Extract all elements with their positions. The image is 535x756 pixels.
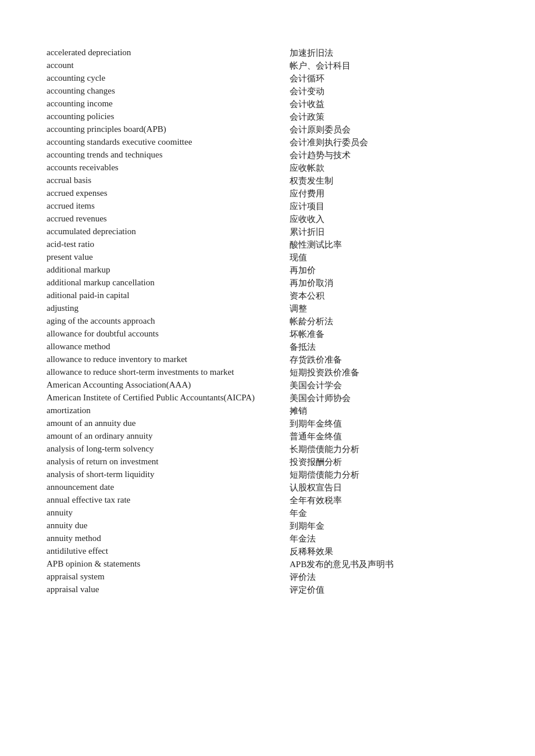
chinese-term: 评定价值 — [290, 585, 488, 596]
english-term: accelerated depreciation — [47, 48, 290, 59]
list-item: accrued expenses应付费用 — [47, 187, 488, 200]
english-term: accrued items — [47, 201, 290, 212]
list-item: annuity due到期年金 — [47, 519, 488, 532]
list-item: annual effective tax rate全年有效税率 — [47, 494, 488, 507]
chinese-term: 现值 — [290, 252, 488, 263]
list-item: accounting trends and techniques会计趋势与技术 — [47, 149, 488, 162]
list-item: amortization摊销 — [47, 404, 488, 417]
chinese-term: 累计折旧 — [290, 227, 488, 238]
chinese-term: 评价法 — [290, 572, 488, 583]
chinese-term: 加速折旧法 — [290, 48, 488, 59]
list-item: analysis of long-term solvency长期偿债能力分析 — [47, 443, 488, 456]
english-term: accounting standards executive coomittee — [47, 137, 290, 148]
list-item: accounting income会计收益 — [47, 98, 488, 110]
chinese-term: 会计循环 — [290, 73, 488, 84]
chinese-term: 美国会计学会 — [290, 380, 488, 391]
chinese-term: 再加价取消 — [290, 278, 488, 289]
list-item: announcement date认股权宣告日 — [47, 481, 488, 494]
english-term: additional markup — [47, 265, 290, 276]
list-item: American Institete of Certified Public A… — [47, 392, 488, 404]
list-item: analysis of short-term liquidity短期偿债能力分析 — [47, 468, 488, 481]
chinese-term: 到期年金终值 — [290, 418, 488, 429]
list-item: allowance to reduce inventory to market存… — [47, 353, 488, 366]
chinese-term: 短期投资跌价准备 — [290, 367, 488, 378]
english-term: accrued expenses — [47, 188, 290, 199]
list-item: aging of the accounts approach帐龄分析法 — [47, 315, 488, 328]
english-term: analysis of short-term liquidity — [47, 470, 290, 481]
list-item: amount of an annuity due到期年金终值 — [47, 417, 488, 430]
english-term: accounting trends and techniques — [47, 150, 290, 161]
chinese-term: APB发布的意见书及声明书 — [290, 559, 488, 570]
english-term: allowance method — [47, 342, 290, 353]
english-term: allowance for doubtful accounts — [47, 329, 290, 340]
list-item: adjusting调整 — [47, 302, 488, 315]
english-term: amount of an annuity due — [47, 418, 290, 429]
english-term: analysis of long-term solvency — [47, 444, 290, 455]
chinese-term: 会计原则委员会 — [290, 124, 488, 135]
english-term: accrual basis — [47, 175, 290, 187]
english-term: antidilutive effect — [47, 546, 290, 557]
english-term: accounting policies — [47, 112, 290, 123]
english-term: adjusting — [47, 303, 290, 314]
list-item: account帐户、会计科目 — [47, 59, 488, 72]
english-term: APB opinion & statements — [47, 559, 290, 570]
list-item: accelerated depreciation加速折旧法 — [47, 46, 488, 59]
english-term: accounting income — [47, 99, 290, 110]
chinese-term: 到期年金 — [290, 521, 488, 532]
chinese-term: 反稀释效果 — [290, 546, 488, 557]
chinese-term: 美国会计师协会 — [290, 393, 488, 404]
list-item: accounting standards executive coomittee… — [47, 136, 488, 149]
english-term: accounts receivables — [47, 163, 290, 174]
english-term: appraisal system — [47, 572, 290, 583]
chinese-term: 应计项目 — [290, 201, 488, 212]
english-term: present value — [47, 252, 290, 263]
list-item: additional markup cancellation再加价取消 — [47, 277, 488, 289]
glossary-table: accelerated depreciation加速折旧法account帐户、会… — [47, 46, 488, 596]
chinese-term: 短期偿债能力分析 — [290, 470, 488, 481]
english-term: allowance to reduce short-term investmen… — [47, 367, 290, 378]
list-item: amount of an ordinary annuity普通年金终值 — [47, 430, 488, 443]
list-item: annuity年金 — [47, 507, 488, 519]
list-item: appraisal value评定价值 — [47, 583, 488, 596]
list-item: accounting cycle会计循环 — [47, 72, 488, 85]
chinese-term: 备抵法 — [290, 342, 488, 353]
english-term: aging of the accounts approach — [47, 316, 290, 327]
english-term: American Accounting Association(AAA) — [47, 380, 290, 391]
english-term: accumulated depreciation — [47, 227, 290, 238]
chinese-term: 应收帐款 — [290, 163, 488, 174]
chinese-term: 长期偿债能力分析 — [290, 444, 488, 455]
chinese-term: 会计政策 — [290, 112, 488, 123]
list-item: aditional paid-in capital资本公积 — [47, 289, 488, 302]
english-term: accrued revenues — [47, 214, 290, 225]
chinese-term: 会计收益 — [290, 99, 488, 110]
chinese-term: 会计趋势与技术 — [290, 150, 488, 161]
list-item: appraisal system评价法 — [47, 571, 488, 583]
english-term: annuity method — [47, 533, 290, 544]
chinese-term: 普通年金终值 — [290, 431, 488, 442]
list-item: accounts receivables应收帐款 — [47, 162, 488, 174]
chinese-term: 年金法 — [290, 533, 488, 544]
list-item: acid-test ratio酸性测试比率 — [47, 238, 488, 251]
english-term: additional markup cancellation — [47, 278, 290, 289]
english-term: annuity — [47, 508, 290, 519]
list-item: antidilutive effect反稀释效果 — [47, 545, 488, 558]
english-term: annuity due — [47, 521, 290, 532]
chinese-term: 资本公积 — [290, 291, 488, 302]
list-item: annuity method年金法 — [47, 532, 488, 545]
list-item: accounting principles board(APB)会计原则委员会 — [47, 123, 488, 136]
list-item: accumulated depreciation累计折旧 — [47, 225, 488, 238]
english-term: accounting cycle — [47, 73, 290, 84]
english-term: amortization — [47, 406, 290, 417]
list-item: accounting policies会计政策 — [47, 110, 488, 123]
chinese-term: 认股权宣告日 — [290, 482, 488, 493]
list-item: accrued revenues应收收入 — [47, 213, 488, 225]
chinese-term: 帐龄分析法 — [290, 316, 488, 327]
chinese-term: 摊销 — [290, 406, 488, 417]
english-term: accounting changes — [47, 86, 290, 97]
chinese-term: 坏帐准备 — [290, 329, 488, 340]
list-item: allowance method备抵法 — [47, 341, 488, 353]
list-item: present value现值 — [47, 251, 488, 264]
list-item: accrued items应计项目 — [47, 200, 488, 213]
chinese-term: 存货跌价准备 — [290, 354, 488, 366]
list-item: analysis of return on investment投资报酬分析 — [47, 456, 488, 468]
